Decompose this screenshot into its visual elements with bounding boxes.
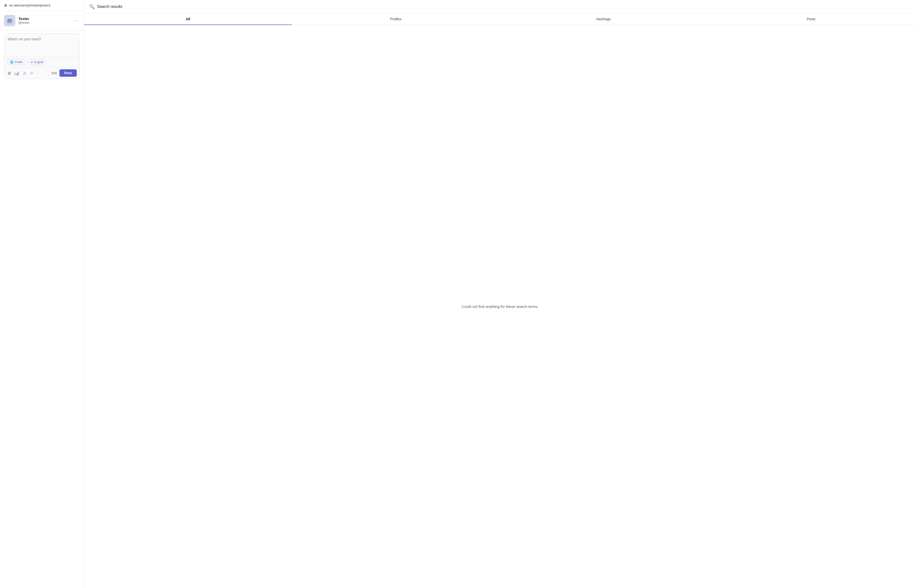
visibility-label: Public — [15, 60, 23, 64]
translate-icon: ⇄ — [31, 60, 33, 64]
tab-profiles[interactable]: Profiles — [292, 14, 500, 25]
emoji-icon[interactable]: ☺ — [29, 70, 34, 76]
tab-all[interactable]: All — [84, 14, 292, 25]
compose-options-row: 🌐 Public ⇄ English — [4, 57, 80, 67]
image-icon[interactable]: ⊞ — [7, 70, 11, 76]
globe-icon: 🌐 — [10, 60, 14, 64]
warning-icon[interactable]: ⚠ — [22, 70, 27, 76]
visibility-button[interactable]: 🌐 Public — [7, 59, 26, 65]
profile-name: Tester — [18, 16, 80, 21]
search-results-body: Could not find anything for these search… — [84, 25, 915, 588]
tab-hashtags[interactable]: Hashtags — [500, 14, 707, 25]
compose-textarea[interactable] — [4, 34, 80, 56]
profile-info: Tester @tester — [18, 16, 80, 24]
compose-box: 🌐 Public ⇄ English ⊞ 📊 ⚠ ☺ 500 Post — [4, 34, 80, 79]
profile-handle: @tester — [18, 21, 80, 24]
tabs-bar: All Profiles Hashtags Posts — [84, 14, 915, 25]
tab-posts[interactable]: Posts — [707, 14, 915, 25]
close-icon[interactable]: ⊗ — [4, 3, 7, 8]
post-button[interactable]: Post — [60, 69, 77, 77]
avatar — [4, 15, 15, 26]
url-bar-text: eo.net/users/johndoe/posts/1 — [9, 3, 50, 7]
char-count: 500 — [52, 71, 57, 75]
search-icon: 🔍 — [89, 4, 95, 10]
language-label: English — [34, 60, 44, 64]
svg-point-6 — [10, 19, 11, 20]
more-options-button[interactable]: ··· — [72, 17, 81, 24]
language-button[interactable]: ⇄ English — [28, 59, 47, 65]
no-results-message: Could not find anything for these search… — [462, 304, 538, 309]
profile-section: Tester @tester ··· — [0, 11, 84, 31]
svg-point-5 — [9, 19, 9, 20]
search-header: 🔍 Search results — [84, 0, 915, 14]
search-results-title: Search results — [97, 5, 122, 9]
poll-icon[interactable]: 📊 — [14, 70, 20, 76]
url-bar: ⊗ eo.net/users/johndoe/posts/1 — [0, 0, 84, 11]
compose-actions-row: ⊞ 📊 ⚠ ☺ 500 Post — [4, 67, 80, 79]
right-panel: 🔍 Search results All Profiles Hashtags P… — [84, 0, 915, 588]
left-panel: ⊗ eo.net/users/johndoe/posts/1 Tester @t… — [0, 0, 84, 588]
avatar-image — [6, 16, 14, 24]
